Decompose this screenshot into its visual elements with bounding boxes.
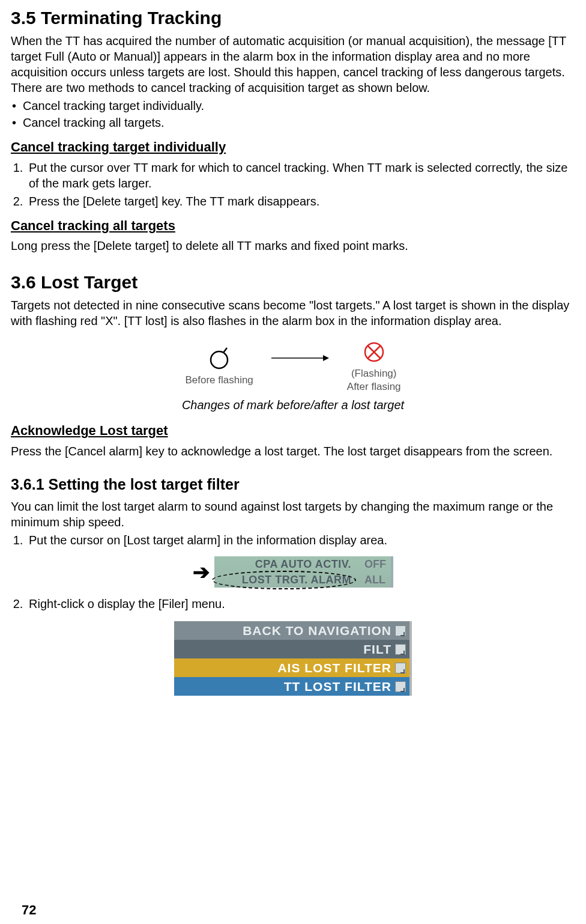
- svg-line-1: [223, 348, 227, 353]
- section-3-6-1-intro: You can limit the lost target alarm to s…: [11, 499, 575, 530]
- figure-caption: Changes of mark before/after a lost targ…: [11, 397, 575, 413]
- lost-trgt-alarm-label[interactable]: LOST TRGT. ALARM: [214, 573, 362, 587]
- checkbox-icon: [395, 663, 406, 673]
- step-item: Press the [Delete target] key. The TT ma…: [26, 193, 575, 209]
- bullet-item: Cancel tracking all targets.: [11, 115, 575, 130]
- lost-trgt-alarm-value: ALL: [362, 573, 391, 587]
- radar-panel-screenshot: ➔ CPA AUTO ACTIV. OFF LOST TRGT. ALARM A…: [11, 556, 575, 588]
- arrow-right-icon: [270, 349, 330, 367]
- menu-item-ais-lost-filter[interactable]: AIS LOST FILTER: [174, 658, 409, 677]
- cancel-all-text: Long press the [Delete target] to delete…: [11, 238, 575, 254]
- circle-tick-icon: [207, 346, 232, 371]
- svg-point-0: [211, 351, 228, 368]
- after-flashing-label: (Flashing) After flasing: [347, 367, 401, 394]
- section-3-5-intro: When the TT has acquired the number of a…: [11, 33, 575, 96]
- before-flashing-mark: Before flashing: [185, 346, 253, 387]
- cancel-all-heading: Cancel tracking all targets: [11, 217, 575, 235]
- page-number: 72: [22, 902, 36, 919]
- before-flashing-label: Before flashing: [185, 374, 253, 387]
- section-3-6-heading: 3.6 Lost Target: [11, 270, 575, 294]
- cpa-auto-activ-label: CPA AUTO ACTIV.: [214, 558, 362, 571]
- checkbox-icon: [395, 681, 406, 692]
- bullet-item: Cancel tracking target individually.: [11, 98, 575, 114]
- section-3-6-intro: Targets not detected in nine consecutive…: [11, 297, 575, 329]
- lost-target-figure: Before flashing (Flashing) After flasing: [11, 339, 575, 394]
- menu-item-tt-lost-filter[interactable]: TT LOST FILTER: [174, 677, 409, 696]
- filter-menu: BACK TO NAVIGATION FILT AIS LOST FILTER …: [174, 621, 412, 696]
- step-item: Put the cursor on [Lost target alarm] in…: [26, 532, 575, 548]
- checkbox-icon: [395, 644, 406, 655]
- section-3-6-1-heading: 3.6.1 Setting the lost target filter: [11, 475, 575, 494]
- section-3-5-bullets: Cancel tracking target individually. Can…: [11, 98, 575, 130]
- cancel-individually-steps: Put the cursor over TT mark for which to…: [26, 160, 575, 209]
- cpa-auto-activ-value: OFF: [362, 558, 391, 571]
- step-item: Right-click o display the [Filer] menu.: [26, 596, 575, 612]
- section-3-6-1-steps-cont: Right-click o display the [Filer] menu.: [26, 596, 575, 612]
- radar-panel: CPA AUTO ACTIV. OFF LOST TRGT. ALARM ALL: [214, 556, 393, 588]
- cancel-individually-heading: Cancel tracking target individually: [11, 139, 575, 156]
- acknowledge-heading: Acknowledge Lost target: [11, 422, 575, 440]
- after-flashing-mark: (Flashing) After flasing: [347, 339, 401, 394]
- menu-item-filt[interactable]: FILT: [174, 640, 409, 658]
- acknowledge-text: Press the [Cancel alarm] key to acknowle…: [11, 443, 575, 459]
- filter-menu-screenshot: BACK TO NAVIGATION FILT AIS LOST FILTER …: [11, 621, 575, 696]
- arrow-right-icon: ➔: [193, 559, 210, 585]
- checkbox-icon: [395, 625, 406, 636]
- circle-x-icon: [361, 339, 387, 365]
- step-item: Put the cursor over TT mark for which to…: [26, 160, 575, 191]
- menu-item-back-to-navigation[interactable]: BACK TO NAVIGATION: [174, 621, 409, 640]
- section-3-5-heading: 3.5 Terminating Tracking: [11, 6, 575, 29]
- svg-marker-3: [323, 355, 329, 361]
- section-3-6-1-steps: Put the cursor on [Lost target alarm] in…: [26, 532, 575, 548]
